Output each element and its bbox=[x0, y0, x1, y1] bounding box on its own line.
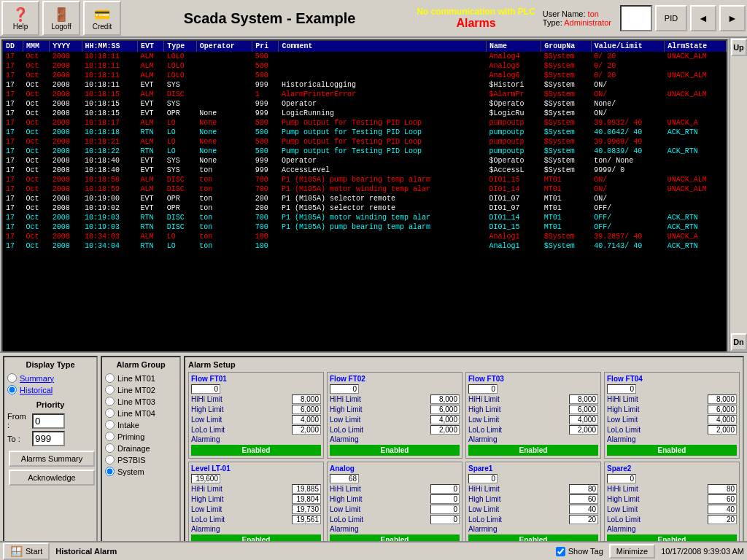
alarm-limit-val[interactable]: 2,000 bbox=[292, 425, 321, 435]
summary-radio[interactable] bbox=[7, 373, 17, 383]
alarming-label: Alarming bbox=[607, 435, 635, 443]
alarm-current-val[interactable]: 0 bbox=[191, 384, 220, 394]
alarm-limit-val[interactable]: 40 bbox=[708, 505, 737, 514]
alarm-group-radio[interactable] bbox=[105, 420, 115, 429]
table-row[interactable]: 17Oct200810:19:02EVTOPRton200P1 (M105A) … bbox=[3, 203, 727, 213]
alarm-current-val[interactable]: 68 bbox=[330, 474, 359, 483]
alarm-limit-val[interactable]: 4,000 bbox=[292, 415, 321, 424]
table-row[interactable]: 17Oct200810:19:03RTNDISCton700P1 (M105A)… bbox=[3, 213, 727, 222]
table-row[interactable]: 17Oct200810:18:40EVTSYSton999AccessLevel… bbox=[3, 166, 727, 175]
from-input[interactable] bbox=[32, 413, 65, 429]
alarm-group-radio[interactable] bbox=[105, 432, 115, 441]
alarm-limit-val[interactable]: 8,000 bbox=[569, 394, 598, 404]
table-row[interactable]: 17Oct200810:18:11ALMLOLO500Analog5$Syste… bbox=[3, 61, 727, 71]
start-button[interactable]: 🪟 Start bbox=[3, 542, 50, 560]
alarm-limit-val[interactable]: 0 bbox=[430, 484, 460, 494]
table-row[interactable]: 17Oct200810:34:03ALMLOton100Analog1$Syst… bbox=[3, 232, 727, 241]
alarm-limit-val[interactable]: 8,000 bbox=[708, 394, 737, 404]
alarm-limit-val[interactable]: 60 bbox=[708, 494, 737, 504]
alarm-limit-val[interactable]: 20 bbox=[708, 515, 737, 524]
credit-button[interactable]: 💳 Credit bbox=[83, 1, 121, 36]
alarm-limit-val[interactable]: 19,885 bbox=[292, 484, 321, 494]
table-row[interactable]: 17Oct200810:18:17ALMLONone500Pump output… bbox=[3, 118, 727, 128]
to-input[interactable] bbox=[32, 431, 65, 446]
alarm-group-radio[interactable] bbox=[105, 455, 115, 464]
alarm-current-val[interactable]: 0 bbox=[468, 474, 498, 483]
alarming-status[interactable]: Enabled bbox=[330, 445, 460, 456]
alarm-limit-val[interactable]: 19,561 bbox=[292, 515, 321, 524]
alarm-limit-val[interactable]: 19,804 bbox=[292, 494, 321, 504]
alarm-limit-val[interactable]: 19,730 bbox=[292, 505, 321, 514]
acknowledge-button[interactable]: Acknowledge bbox=[9, 470, 95, 486]
alarm-current-val[interactable]: 19,600 bbox=[191, 474, 220, 483]
pid-button[interactable]: PID bbox=[655, 5, 687, 31]
alarm-group-radio[interactable] bbox=[105, 408, 115, 418]
alarm-limit-val[interactable]: 6,000 bbox=[569, 405, 598, 414]
alarm-limit-val[interactable]: 2,000 bbox=[569, 425, 598, 435]
alarm-limit-val[interactable]: 4,000 bbox=[708, 415, 737, 424]
alarm-limit-val[interactable]: 80 bbox=[569, 484, 598, 494]
alarm-limit-val[interactable]: 6,000 bbox=[292, 405, 321, 414]
alarm-limit-row: High Limit60 bbox=[468, 494, 598, 504]
alarm-current-val[interactable]: 0 bbox=[607, 384, 636, 394]
alarm-limit-val[interactable]: 0 bbox=[430, 505, 460, 514]
table-row[interactable]: 17Oct200810:18:11EVTSYS999HistoricalLogg… bbox=[3, 80, 727, 90]
alarm-limit-val[interactable]: 8,000 bbox=[292, 394, 321, 404]
alarm-limit-val[interactable]: 6,000 bbox=[708, 405, 737, 414]
alarm-limit-val[interactable]: 0 bbox=[430, 494, 460, 504]
alarm-limit-val[interactable]: 4,000 bbox=[430, 415, 460, 424]
alarm-limit-val[interactable]: 60 bbox=[569, 494, 598, 504]
table-row[interactable]: 17Oct200810:18:40EVTSYSNone999Operator$O… bbox=[3, 156, 727, 166]
table-row[interactable]: 17Oct200810:18:18RTNLONone500Pump output… bbox=[3, 128, 727, 137]
help-button[interactable]: ❓ Help bbox=[1, 1, 39, 36]
alarm-limit-val[interactable]: 8,000 bbox=[430, 394, 460, 404]
alarming-label: Alarming bbox=[468, 435, 497, 443]
table-row[interactable]: 17Oct200810:34:04RTNLOton100Analog1$Syst… bbox=[3, 241, 727, 251]
alarm-group-radio[interactable] bbox=[105, 385, 115, 394]
minimize-button[interactable]: Minimize bbox=[609, 544, 655, 559]
alarm-limit-val[interactable]: 40 bbox=[569, 505, 598, 514]
alarms-summary-button[interactable]: Alarms Summary bbox=[9, 451, 95, 467]
alarm-limit-val[interactable]: 20 bbox=[569, 515, 598, 524]
table-row[interactable]: 17Oct200810:18:58ALMDISCton700P1 (M105A)… bbox=[3, 175, 727, 184]
alarm-limit-val[interactable]: 0 bbox=[430, 515, 460, 524]
alarm-table-container[interactable]: DD MMM YYYY HH:MM:SS EVT Type Operator P… bbox=[1, 39, 728, 351]
table-row[interactable]: 17Oct200810:18:11ALMLOLO500Analog4$Syste… bbox=[3, 52, 727, 61]
alarm-limit-val[interactable]: 80 bbox=[708, 484, 737, 494]
table-row[interactable]: 17Oct200810:18:15ALMDISC1AlarmPrinterErr… bbox=[3, 90, 727, 99]
dn-button[interactable]: Dn bbox=[731, 333, 747, 351]
alarm-group-label: Line MT01 bbox=[117, 374, 155, 383]
alarm-limit-val[interactable]: 4,000 bbox=[569, 415, 598, 424]
table-row[interactable]: 17Oct200810:18:15EVTOPRNone999LogicRunni… bbox=[3, 109, 727, 118]
table-row[interactable]: 17Oct200810:18:59ALMDISCton700P1 (M105A)… bbox=[3, 184, 727, 194]
historical-radio[interactable] bbox=[7, 385, 17, 394]
alarm-status: No communication with PLC Alarms bbox=[417, 7, 535, 30]
table-row[interactable]: 17Oct200810:18:22RTNLONone500Pump output… bbox=[3, 147, 727, 156]
alarm-current-val[interactable]: 0 bbox=[330, 384, 359, 394]
show-tag-checkbox[interactable] bbox=[556, 547, 565, 556]
alarm-limit-val[interactable]: 2,000 bbox=[708, 425, 737, 435]
table-row[interactable]: 17Oct200810:18:11ALMLOLO500Analog6$Syste… bbox=[3, 71, 727, 80]
table-row[interactable]: 17Oct200810:19:03RTNDISCton700P1 (M105A)… bbox=[3, 222, 727, 232]
alarm-group-item: Line MT04 bbox=[105, 408, 177, 418]
alarming-status[interactable]: Enabled bbox=[607, 445, 737, 456]
table-row[interactable]: 17Oct200810:19:00EVTOPRton200P1 (M105A) … bbox=[3, 194, 727, 203]
alarm-group-radio[interactable] bbox=[105, 467, 115, 476]
logoff-button[interactable]: 🚪 Logoff bbox=[42, 1, 80, 36]
alarm-group-radio[interactable] bbox=[105, 443, 115, 453]
up-button[interactable]: Up bbox=[731, 39, 747, 56]
nav-left-button[interactable]: ◄ bbox=[690, 5, 716, 31]
alarming-status[interactable]: Enabled bbox=[468, 445, 598, 456]
table-row[interactable]: 17Oct200810:18:15EVTSYS999Operator$Opera… bbox=[3, 99, 727, 109]
alarm-group-radio[interactable] bbox=[105, 397, 115, 406]
alarm-limit-val[interactable]: 2,000 bbox=[430, 425, 460, 435]
table-row[interactable]: 17Oct200810:18:21ALMLONone500Pump output… bbox=[3, 137, 727, 147]
alarm-current-val[interactable]: 0 bbox=[607, 474, 636, 483]
alarm-limit-val[interactable]: 6,000 bbox=[430, 405, 460, 414]
alarming-status[interactable]: Enabled bbox=[191, 445, 321, 456]
alarm-limit-row: LoLo Limit2,000 bbox=[191, 425, 321, 435]
nav-right-button[interactable]: ► bbox=[719, 5, 746, 31]
alarm-limit-row: Low Limit0 bbox=[330, 505, 460, 514]
alarm-group-radio[interactable] bbox=[105, 373, 115, 383]
alarm-current-val[interactable]: 0 bbox=[468, 384, 498, 394]
